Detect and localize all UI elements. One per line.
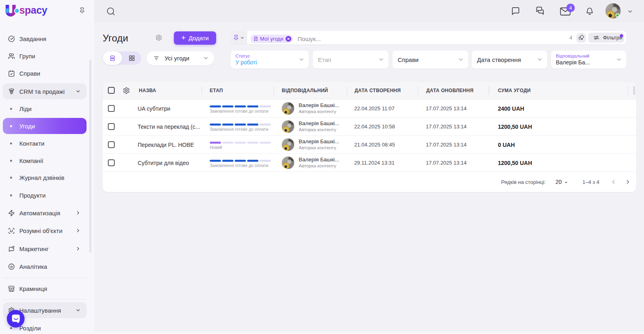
- svg-text:spacy: spacy: [19, 4, 47, 16]
